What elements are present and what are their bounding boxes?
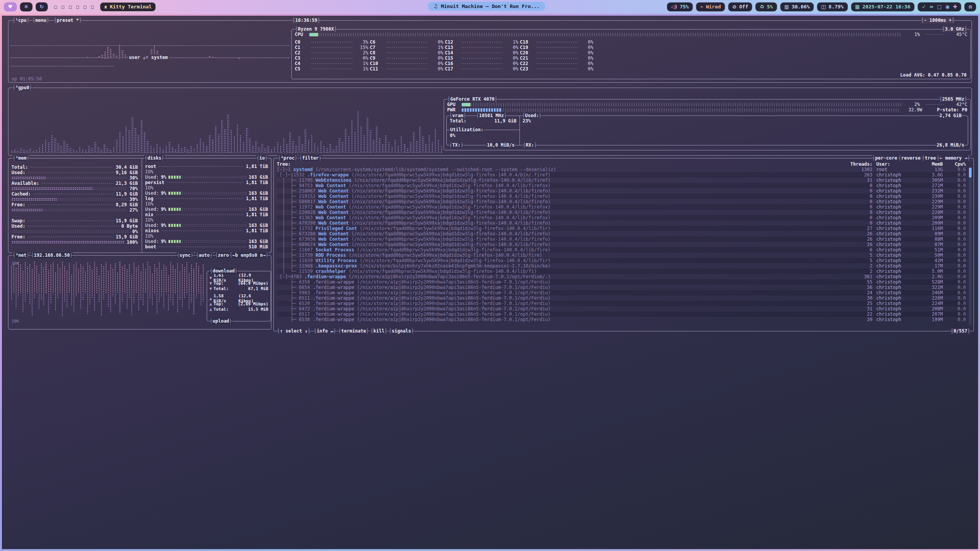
download-arrow-icon: ▼ xyxy=(209,286,212,291)
process-row[interactable]: ├─ 6654 .ferdium-wrappe (/nix/store/a1pj… xyxy=(277,285,966,290)
sort-reverse-toggle[interactable]: ┤reverse├ xyxy=(898,155,924,161)
menu-button[interactable]: ┤menu├ xyxy=(32,18,49,23)
process-row[interactable]: ├─ 6517 .ferdium-wrappe (/nix/store/a1pj… xyxy=(277,311,966,317)
process-row[interactable]: │ ├─ 41363 Web Content (/nix/store/fqadd… xyxy=(277,215,966,220)
net-sync-toggle[interactable]: ┤sync├ xyxy=(176,253,194,258)
module-disk[interactable]: ◫8.79% xyxy=(817,2,848,11)
process-row[interactable]: │ ├─ 11732 Privileged Cont (/nix/store/f… xyxy=(277,226,966,231)
signals-button[interactable]: ┤signals├ xyxy=(389,328,414,334)
sort-column-selector[interactable]: ┤← memory →├ xyxy=(936,155,970,161)
workspace-4-button[interactable]: □ xyxy=(76,4,79,10)
module-toggle-off[interactable]: ⊘Off xyxy=(728,2,752,11)
filter-button[interactable]: ┤filter├ xyxy=(299,155,322,161)
graph-column xyxy=(172,147,174,152)
graph-column xyxy=(36,265,38,293)
graph-mode-label[interactable]: user ▲▼ system xyxy=(128,55,169,60)
media-player-widget[interactable]: ♫ Minuit Machine – Don't Run Fro... xyxy=(428,2,545,11)
process-row[interactable]: │ ├─ 479390 Web Content (/nix/store/fqad… xyxy=(277,220,966,226)
preset-button[interactable]: ┤preset *├ xyxy=(54,18,82,23)
proc-panel-tab[interactable]: ┤⁴proc├ xyxy=(278,155,298,161)
workspace-3-button[interactable]: □ xyxy=(69,4,72,10)
wave-icon[interactable]: ≈ xyxy=(929,4,934,10)
module-network-wired[interactable]: ⌁Wired xyxy=(696,2,725,11)
process-row[interactable]: [-]─4783 .ferdium-wrappe (/nix/store/a1p… xyxy=(277,274,966,279)
process-row[interactable]: [-]─11532 .firefox-wrappe (/nix/store/fq… xyxy=(277,172,966,178)
net-auto-toggle[interactable]: ┤auto├ xyxy=(196,253,213,258)
col-cpu[interactable]: Cpu% xyxy=(947,161,966,167)
plus-icon[interactable]: ✚ xyxy=(953,4,957,10)
process-row[interactable]: │ ├─ 673038 Web Content (/nix/store/fqad… xyxy=(277,236,966,242)
disk-io-label: IO% xyxy=(145,169,268,174)
process-row[interactable]: ├─ 6472 .ferdium-wrappe (/nix/store/a1pj… xyxy=(277,306,966,311)
col-user[interactable]: User: xyxy=(876,161,913,167)
workspace-2-button[interactable]: □ xyxy=(62,4,64,10)
graph-column xyxy=(301,143,304,152)
dot-icon[interactable]: ◉ xyxy=(945,4,949,10)
reload-button[interactable]: ↻ xyxy=(36,2,48,11)
notifications-button[interactable]: ⍾ xyxy=(964,2,976,11)
process-row[interactable]: ├─ 5983 .ferdium-wrappe (/nix/store/a1pj… xyxy=(277,290,966,295)
net-panel-tab[interactable]: ┤³net├ xyxy=(12,253,29,258)
process-row[interactable]: [-]─1 systemd (/run/current-system/syste… xyxy=(277,167,966,172)
process-row[interactable]: │ ├─ 11968 .keepassxc-prox (/nix/store/b… xyxy=(277,263,966,269)
workspace-5-button[interactable]: □ xyxy=(83,4,86,10)
process-row[interactable]: │ ├─ 689674 Web Content (/nix/store/fqad… xyxy=(277,242,966,247)
nix-button[interactable]: ❄ xyxy=(20,2,33,11)
terminate-button[interactable]: ┤terminate├ xyxy=(338,328,369,334)
process-row[interactable]: │ ├─ 220028 Web Content (/nix/store/fqad… xyxy=(277,210,966,215)
core-row: C130% xyxy=(445,45,518,50)
net-interface-switch[interactable]: ┤←b enp8s0 n→├ xyxy=(229,253,269,258)
launcher-button[interactable]: ♥ xyxy=(4,2,17,11)
process-row[interactable]: │ ├─ 11739 RDD Process (/nix/store/fqadd… xyxy=(277,253,966,258)
module-volume[interactable]: ◁)75% xyxy=(667,2,693,11)
graph-column xyxy=(59,293,61,294)
mem-meter xyxy=(11,230,130,233)
module-clock[interactable]: ▦2025-07-22 16:36 xyxy=(851,2,915,11)
graph-column xyxy=(168,142,171,152)
process-row[interactable]: │ ├─ 673288 Web Content (/nix/store/fqad… xyxy=(277,231,966,236)
process-row[interactable]: │ ├─ 11972 Web Content (/nix/store/fqadd… xyxy=(277,204,966,210)
process-row[interactable]: ├─ 6536 .ferdium-wrappe (/nix/store/a1pj… xyxy=(277,317,966,322)
process-row[interactable]: │ ├─ 11795 WebExtensions (/nix/store/fqa… xyxy=(277,178,966,183)
active-window-button[interactable]: ᴥ Kitty Terminal xyxy=(100,2,156,11)
process-row[interactable]: ├─ 6350 .ferdium-wrappe (/nix/store/a1pj… xyxy=(277,279,966,285)
col-threads[interactable]: Threads: xyxy=(846,161,872,167)
col-tree[interactable]: Tree: xyxy=(277,161,842,167)
process-scrollbar[interactable] xyxy=(969,168,972,326)
info-button[interactable]: ┤info ↵├ xyxy=(314,328,336,334)
graph-column xyxy=(14,149,16,152)
square-icon[interactable]: □ xyxy=(937,4,942,10)
process-row[interactable]: │ ├─ 218067 Web Content (/nix/store/fqad… xyxy=(277,188,966,194)
workspace-6-button[interactable]: □ xyxy=(91,4,94,10)
check-icon[interactable]: ✓ xyxy=(922,4,926,10)
graph-column xyxy=(11,265,12,293)
graph-column xyxy=(64,266,65,293)
core-row: C150% xyxy=(445,55,518,61)
module-memory[interactable]: ▥30.06% xyxy=(780,2,814,11)
process-row[interactable]: ├─ 6520 .ferdium-wrappe (/nix/store/a1pj… xyxy=(277,301,966,306)
mem-panel-tab[interactable]: ┤²mem├ xyxy=(12,155,29,161)
graph-column xyxy=(149,293,151,299)
process-row[interactable]: │ ├─ 219152 Web Content (/nix/store/fqad… xyxy=(277,194,966,199)
process-row[interactable]: ├─ 6511 .ferdium-wrappe (/nix/store/a1pj… xyxy=(277,295,966,301)
kill-button[interactable]: ┤kill├ xyxy=(370,328,387,334)
process-row[interactable]: │ ├─ 11607 Socket Process (/nix/store/fq… xyxy=(277,247,966,253)
col-memb[interactable]: MemB xyxy=(917,161,943,167)
disks-io-toggle[interactable]: ┤io├ xyxy=(256,155,268,161)
workspace-1-button[interactable]: □ xyxy=(54,4,57,10)
select-keys[interactable]: ┤↑ select ↓├ xyxy=(277,328,311,334)
cpu-panel-tab[interactable]: ┤¹cpu├ xyxy=(12,18,29,23)
graph-column xyxy=(131,274,132,293)
graph-column xyxy=(246,127,248,152)
graph-column xyxy=(33,150,35,152)
update-rate-control[interactable]: ┤- 1000ms +├ xyxy=(921,18,955,23)
module-eco[interactable]: ♻5% xyxy=(755,2,777,11)
process-row[interactable]: │ ├─ 94753 Web Content (/nix/store/fqadd… xyxy=(277,183,966,188)
process-row[interactable]: │ ├─ 11839 Utility Process (/nix/store/f… xyxy=(277,258,966,263)
graph-column xyxy=(113,53,115,57)
process-row[interactable]: │ ├─ 580017 Web Content (/nix/store/fqad… xyxy=(277,199,966,204)
sort-per-core-toggle[interactable]: ┤per-core├ xyxy=(872,155,900,161)
process-row[interactable]: │ └─ 11539 crashhelper (/nix/store/fqadd… xyxy=(277,269,966,274)
gpu-panel-tab[interactable]: ┤⁵gpu0├ xyxy=(12,85,33,91)
graph-column xyxy=(57,293,59,299)
